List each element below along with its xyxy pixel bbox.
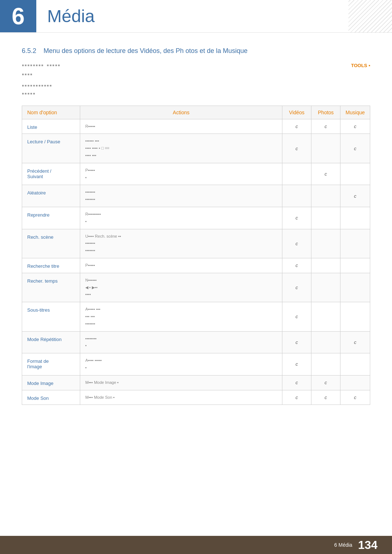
cell-musique	[340, 273, 370, 302]
table-row: Recher. tempsN▪▪▪▪▪▪◀ ▪ ▶▪▪▪▪▪▪c	[22, 273, 370, 302]
table-row: Sous-titresA▪▪▪▪▪ ▪▪▪▪▪▪ ▪▪▪▪▪▪▪▪▪▪c	[22, 302, 370, 331]
cell-musique	[340, 229, 370, 258]
cell-actions: P▪▪▪▪▪▪	[80, 163, 282, 185]
cell-option-name: Mode Image	[22, 375, 80, 390]
cell-musique: c	[340, 390, 370, 405]
table-row: Précédent /SuivantP▪▪▪▪▪▪c	[22, 163, 370, 185]
cell-option-name: Mode Répétition	[22, 331, 80, 353]
cell-actions: ▪▪▪▪▪▪▪▪▪▪▪▪▪▪	[80, 185, 282, 207]
intro-line-3: ▪▪▪▪▪▪▪▪▪▪▪	[22, 82, 370, 89]
cell-videos: c	[282, 134, 311, 163]
cell-actions: R▪▪▪▪▪▪▪▪▪▪	[80, 207, 282, 229]
table-row: Mode Répétition▪▪▪▪▪▪▪▪▪cc	[22, 331, 370, 353]
cell-photos	[311, 331, 340, 353]
cell-videos: c	[282, 302, 311, 331]
cell-photos	[311, 207, 340, 229]
cell-videos: c	[282, 258, 311, 273]
cell-videos: c	[282, 229, 311, 258]
cell-videos: c	[282, 207, 311, 229]
cell-photos	[311, 353, 340, 376]
cell-option-name: Rech. scène	[22, 229, 80, 258]
cell-videos	[282, 185, 311, 207]
cell-option-name: Liste	[22, 119, 80, 134]
table-row: Mode ImageM▪▪▪ Mode Image ▪cc	[22, 375, 370, 390]
intro-line-4: ▪▪▪▪▪	[22, 90, 370, 97]
cell-option-name: Reprendre	[22, 207, 80, 229]
cell-actions: R▪▪▪▪▪	[80, 119, 282, 134]
intro-garbled-4: ▪▪▪▪▪	[22, 90, 36, 97]
cell-musique	[340, 258, 370, 273]
cell-photos: c	[311, 119, 340, 134]
chapter-title-area: Média	[36, 0, 95, 32]
cell-actions: M▪▪▪ Mode Image ▪	[80, 375, 282, 390]
cell-videos	[282, 163, 311, 185]
table-row: ListeR▪▪▪▪▪ccc	[22, 119, 370, 134]
cell-actions: U▪▪▪▪ Rech. scène ▪▪▪▪▪▪▪▪▪▪▪▪▪▪▪▪	[80, 229, 282, 258]
table-row: Recherche titreP▪▪▪▪▪c	[22, 258, 370, 273]
intro-garbled-2: ▪▪▪▪	[22, 71, 33, 78]
cell-photos	[311, 134, 340, 163]
cell-option-name: Sous-titres	[22, 302, 80, 331]
cell-photos: c	[311, 390, 340, 405]
table-header-row: Nom d'option Actions Vidéos Photos Musiq…	[22, 106, 370, 119]
chapter-number-box: 6	[0, 0, 36, 32]
cell-musique	[340, 302, 370, 331]
header-actions: Actions	[80, 106, 282, 119]
cell-photos	[311, 229, 340, 258]
intro-line-2: ▪▪▪▪	[22, 71, 370, 78]
cell-photos	[311, 185, 340, 207]
cell-musique	[340, 207, 370, 229]
cell-actions: ▪▪▪▪▪▪▪▪▪	[80, 331, 282, 353]
cell-photos	[311, 302, 340, 331]
cell-musique	[340, 375, 370, 390]
cell-musique: c	[340, 134, 370, 163]
tools-label: TOOLS ▪	[351, 62, 370, 70]
footer-page: 134	[358, 538, 377, 552]
table-row: ReprendreR▪▪▪▪▪▪▪▪▪▪c	[22, 207, 370, 229]
cell-option-name: Lecture / Pause	[22, 134, 80, 163]
cell-actions: P▪▪▪▪▪	[80, 258, 282, 273]
cell-photos	[311, 258, 340, 273]
cell-actions: ▪▪▪▪▪▪ ▪▪▪▪▪▪▪ ▪▪▪▪ ▪ □ ⌗⌗▪▪▪▪ ▪▪▪	[80, 134, 282, 163]
cell-option-name: Format del'image	[22, 353, 80, 376]
table-row: Aléatoire▪▪▪▪▪▪▪▪▪▪▪▪▪▪c	[22, 185, 370, 207]
intro-garbled-3: ▪▪▪▪▪▪▪▪▪▪▪	[22, 82, 52, 89]
cell-photos: c	[311, 375, 340, 390]
header-option: Nom d'option	[22, 106, 80, 119]
chapter-number: 6	[12, 3, 25, 30]
options-table: Nom d'option Actions Vidéos Photos Musiq…	[22, 106, 370, 405]
cell-option-name: Aléatoire	[22, 185, 80, 207]
cell-actions: N▪▪▪▪▪▪◀ ▪ ▶▪▪▪▪▪▪	[80, 273, 282, 302]
cell-option-name: Recher. temps	[22, 273, 80, 302]
page-content: 6.5.2 Menu des options de lecture des Vi…	[0, 33, 392, 427]
header-photos: Photos	[311, 106, 340, 119]
cell-option-name: Mode Son	[22, 390, 80, 405]
header-videos: Vidéos	[282, 106, 311, 119]
cell-musique	[340, 163, 370, 185]
page-footer: 6 Média 134	[0, 536, 392, 554]
cell-videos: c	[282, 375, 311, 390]
intro-garbled-1: ▪▪▪▪▪▪▪▪ ▪▪▪▪▪	[22, 62, 61, 69]
cell-actions: A▪▪▪▪ ▪▪▪▪▪▪	[80, 353, 282, 376]
cell-musique: c	[340, 331, 370, 353]
cell-photos: c	[311, 163, 340, 185]
header: 6 Média	[0, 0, 392, 33]
decorative-stripe	[348, 0, 392, 33]
cell-videos: c	[282, 390, 311, 405]
section-title: 6.5.2 Menu des options de lecture des Vi…	[22, 47, 370, 55]
cell-option-name: Recherche titre	[22, 258, 80, 273]
table-row: Lecture / Pause▪▪▪▪▪▪ ▪▪▪▪▪▪▪ ▪▪▪▪ ▪ □ ⌗…	[22, 134, 370, 163]
intro-block: ▪▪▪▪▪▪▪▪ ▪▪▪▪▪ TOOLS ▪ ▪▪▪▪ ▪▪▪▪▪▪▪▪▪▪▪ …	[22, 62, 370, 97]
intro-line-1: ▪▪▪▪▪▪▪▪ ▪▪▪▪▪ TOOLS ▪	[22, 62, 370, 70]
cell-option-name: Précédent /Suivant	[22, 163, 80, 185]
table-row: Mode SonM▪▪▪ Mode Son ▪ccc	[22, 390, 370, 405]
cell-musique: c	[340, 119, 370, 134]
cell-musique	[340, 353, 370, 376]
cell-actions: M▪▪▪ Mode Son ▪	[80, 390, 282, 405]
header-musique: Musique	[340, 106, 370, 119]
cell-musique: c	[340, 185, 370, 207]
cell-photos	[311, 273, 340, 302]
cell-videos: c	[282, 353, 311, 376]
cell-videos: c	[282, 331, 311, 353]
table-row: Rech. scèneU▪▪▪▪ Rech. scène ▪▪▪▪▪▪▪▪▪▪▪…	[22, 229, 370, 258]
